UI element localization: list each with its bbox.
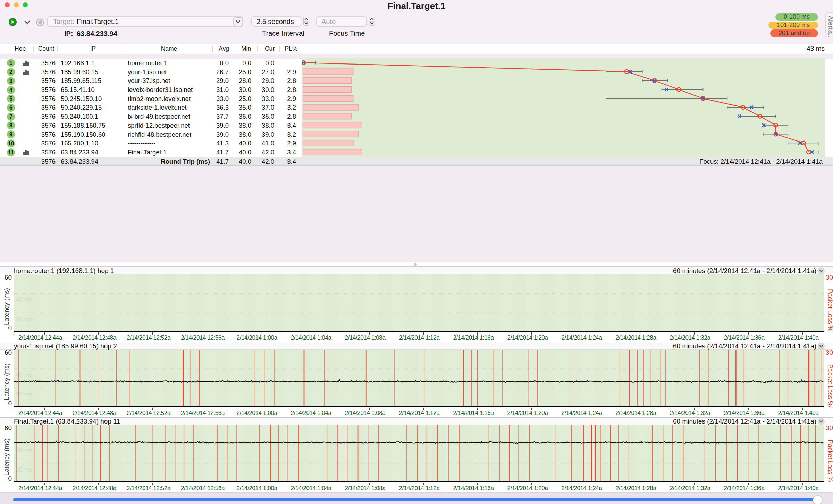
hop-avg: 39.0: [207, 122, 229, 129]
minute-stripe: [473, 274, 486, 332]
packet-loss-event: [324, 350, 325, 407]
chevron-down-icon[interactable]: [24, 20, 30, 24]
y-axis-max-label: 60: [0, 349, 12, 357]
column-header-pl[interactable]: PL%: [285, 45, 298, 52]
alerts-tab[interactable]: Alerts..: [825, 12, 833, 34]
packet-loss-event: [528, 350, 528, 407]
hop-row-9[interactable]: 93576155.190.150.60richfld-48.bestpeer.n…: [0, 130, 302, 139]
timeline-time-axis: 2/14/2014 12:44a2/14/2014 12:48a2/14/201…: [0, 407, 833, 417]
packet-loss-event: [254, 350, 254, 407]
minute-stripe: [419, 350, 432, 407]
hop-row-7[interactable]: 7357650.240.100.1lx-brd-49.bestpeer.net3…: [0, 112, 302, 121]
packet-loss-event: [129, 350, 129, 407]
timeline-plot: 40 ms20 ms: [14, 425, 824, 482]
hop-row-10[interactable]: 103576165.200.1.10-------------41.340.04…: [0, 139, 302, 148]
minute-stripe: [149, 425, 162, 482]
column-header-cur[interactable]: Cur: [265, 45, 275, 52]
timeline-range-label: 60 minutes (2/14/2014 12:41a - 2/14/2014…: [673, 342, 816, 350]
packet-loss-event: [278, 425, 279, 482]
packet-loss-event: [502, 350, 503, 407]
minute-stripe: [257, 274, 270, 332]
hop-row-2[interactable]: 23576185.99.60.15your-1.isp.net26.725.02…: [0, 68, 302, 77]
hop-avg: 41.7: [207, 148, 229, 156]
hop-number-badge: 4: [7, 86, 15, 94]
timeline-collapse-button[interactable]: [818, 343, 825, 350]
graph-scale-label: 43 ms: [807, 45, 825, 52]
hop-avg: 0.0: [207, 59, 229, 67]
trace-interval-stepper[interactable]: [303, 17, 309, 26]
hop-row-1[interactable]: 13576192.168.1.1home.router.10.00.00.0: [0, 59, 302, 68]
hop-row-5[interactable]: 5357650.245.150.10timb2-moon.levelx.net3…: [0, 94, 302, 103]
focus-time-stepper[interactable]: [369, 17, 375, 26]
summary-ip: 63.84.233.94: [61, 158, 98, 165]
hop-pl: 3.4: [274, 122, 296, 129]
time-range-scrollbar-thumb[interactable]: [813, 495, 822, 504]
play-button[interactable]: [9, 18, 17, 26]
time-label: 2/14/2014 12:48a: [73, 485, 116, 492]
hop-min: 35.0: [229, 104, 251, 111]
packet-loss-event: [643, 350, 644, 407]
minute-stripe: [797, 425, 810, 482]
packet-loss-event: [47, 425, 48, 482]
column-header-hop[interactable]: Hop: [15, 45, 26, 52]
minute-stripe: [230, 274, 243, 332]
hop-ip: 50.245.150.10: [61, 95, 102, 103]
ip-label: IP:: [64, 30, 73, 38]
hop-row-8[interactable]: 83576155.188.160.75sprfld-12.bestpeer.ne…: [0, 121, 302, 130]
hop-count: 3576: [35, 68, 56, 76]
packet-loss-event: [571, 425, 572, 482]
y-axis-title: Latency (ms): [3, 363, 10, 400]
column-header-ip[interactable]: IP: [90, 45, 96, 52]
column-header-count[interactable]: Count: [38, 45, 54, 52]
target-field-label: Target:: [53, 18, 74, 26]
summary-row: 3576 63.84.233.94 Round Trip (ms) 41.7 4…: [0, 157, 833, 166]
time-label: 2/14/2014 12:56a: [181, 410, 225, 417]
time-label: 2/14/2014 1:24a: [562, 410, 602, 417]
minute-stripe: [365, 425, 378, 482]
hop-row-4[interactable]: 4357665.15.41.10levelx-border31.isp.net3…: [0, 85, 302, 94]
column-header-avg[interactable]: Avg: [219, 45, 229, 52]
target-dropdown-button[interactable]: [233, 17, 243, 26]
hop-row-11[interactable]: 11357663.84.233.94Final.Target.141.740.0…: [0, 148, 302, 157]
grid-line-label: 20 ms: [16, 316, 33, 323]
hop-min: 40.0: [229, 148, 251, 156]
time-label: 2/14/2014 1:36a: [724, 410, 765, 417]
hop-row-3[interactable]: 33576185.99.65.115your-37.isp.net29.028.…: [0, 76, 302, 85]
packet-loss-event: [652, 425, 653, 482]
packet-loss-event: [347, 425, 347, 482]
hop-number-badge: 11: [7, 148, 15, 156]
packet-loss-event: [358, 425, 359, 482]
stop-button[interactable]: [36, 18, 44, 26]
hop-min: 25.0: [229, 68, 251, 76]
pane-splitter[interactable]: [0, 262, 833, 267]
timeline-collapse-button[interactable]: [818, 267, 825, 274]
hop-row-6[interactable]: 6357650.240.229.15darkside-1.levelx.net3…: [0, 103, 302, 112]
packet-loss-event: [660, 350, 661, 407]
hop-cur: 33.0: [252, 95, 274, 103]
packet-loss-event: [555, 425, 555, 482]
grid-line-label: 40 ms: [16, 447, 33, 454]
minute-stripe: [662, 350, 675, 407]
minute-stripe: [419, 274, 432, 332]
minute-stripe: [95, 350, 108, 407]
minute-stripe: [689, 350, 702, 407]
hop-number-badge: 2: [7, 68, 15, 76]
packet-loss-event: [791, 425, 792, 482]
time-label: 2/14/2014 1:12a: [399, 485, 440, 492]
minute-stripe: [365, 274, 378, 332]
hop-cur: 42.0: [252, 148, 274, 156]
packet-loss-bar: [303, 78, 352, 84]
column-header-min[interactable]: Min: [241, 45, 251, 52]
packet-loss-event: [135, 425, 136, 482]
minute-stripe: [203, 350, 216, 407]
grid-line-label: 40 ms: [16, 296, 33, 303]
packet-loss-event: [99, 350, 99, 407]
timeline-collapse-button[interactable]: [818, 418, 825, 425]
packet-loss-event: [529, 425, 530, 482]
column-header-name[interactable]: Name: [161, 45, 177, 52]
hop-name: home.router.1: [128, 59, 167, 67]
minute-stripe: [581, 425, 594, 482]
time-label: 2/14/2014 1:20a: [507, 334, 548, 341]
packet-loss-event: [270, 425, 271, 482]
time-range-scrollbar-bar[interactable]: [13, 498, 818, 501]
